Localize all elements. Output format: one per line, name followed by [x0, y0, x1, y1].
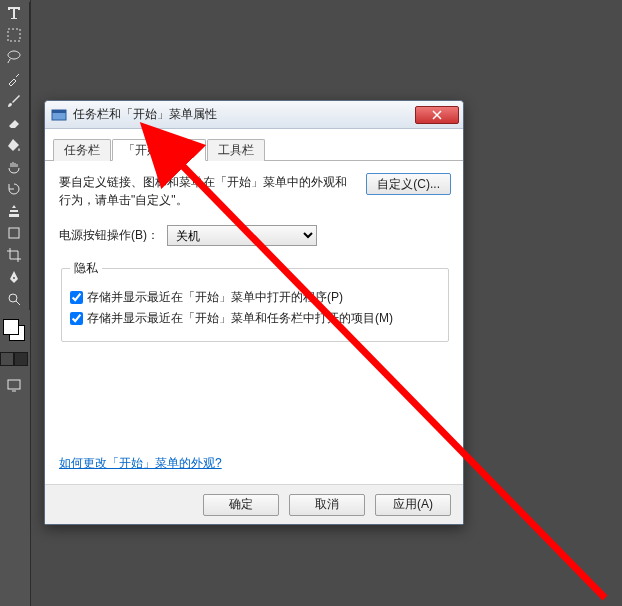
dialog-button-bar: 确定 取消 应用(A) — [45, 484, 463, 524]
tool-cluster — [0, 2, 30, 310]
zoom-tool[interactable] — [0, 288, 28, 310]
customize-button[interactable]: 自定义(C)... — [366, 173, 451, 195]
taskbar-start-properties-dialog: 任务栏和「开始」菜单属性 任务栏 「开始」菜单 工具栏 要自定义链接、图标和菜单… — [44, 100, 464, 525]
window-icon — [51, 107, 67, 123]
close-button[interactable] — [415, 106, 459, 124]
store-recent-items-row[interactable]: 存储并显示最近在「开始」菜单和任务栏中打开的项目(M) — [70, 310, 440, 327]
power-button-select-wrap: 关机 — [167, 225, 317, 246]
svg-rect-5 — [52, 110, 66, 113]
eraser-tool[interactable] — [0, 112, 28, 134]
svg-rect-0 — [8, 29, 20, 41]
hand-tool[interactable] — [0, 156, 28, 178]
tab-toolbars[interactable]: 工具栏 — [207, 139, 265, 161]
screen-mode-switch[interactable] — [0, 374, 28, 396]
power-button-row: 电源按钮操作(B)： 关机 — [59, 225, 451, 246]
tool-strip — [0, 0, 30, 606]
tab-strip: 任务栏 「开始」菜单 工具栏 — [45, 137, 463, 161]
clone-stamp-tool[interactable] — [0, 200, 28, 222]
brush-tool[interactable] — [0, 90, 28, 112]
store-recent-programs-checkbox[interactable] — [70, 291, 83, 304]
power-button-select[interactable]: 关机 — [167, 225, 317, 246]
start-menu-tab-body: 要自定义链接、图标和菜单在「开始」菜单中的外观和行为，请单击"自定义"。 自定义… — [45, 161, 463, 350]
tab-taskbar[interactable]: 任务栏 — [53, 139, 111, 161]
marquee-tool[interactable] — [0, 24, 28, 46]
privacy-group: 隐私 存储并显示最近在「开始」菜单中打开的程序(P) 存储并显示最近在「开始」菜… — [61, 260, 449, 342]
shape-tool[interactable] — [0, 222, 28, 244]
customize-row: 要自定义链接、图标和菜单在「开始」菜单中的外观和行为，请单击"自定义"。 自定义… — [59, 173, 451, 209]
cancel-button[interactable]: 取消 — [289, 494, 365, 516]
apply-button[interactable]: 应用(A) — [375, 494, 451, 516]
help-link[interactable]: 如何更改「开始」菜单的外观? — [59, 455, 222, 472]
dialog-titlebar[interactable]: 任务栏和「开始」菜单属性 — [45, 101, 463, 129]
store-recent-programs-label: 存储并显示最近在「开始」菜单中打开的程序(P) — [87, 289, 343, 306]
text-tool[interactable] — [0, 2, 28, 24]
quick-mask-mode[interactable] — [14, 352, 28, 366]
paint-bucket-tool[interactable] — [0, 134, 28, 156]
svg-rect-3 — [8, 380, 20, 389]
foreground-color-swatch[interactable] — [3, 319, 19, 335]
power-button-label: 电源按钮操作(B)： — [59, 227, 159, 244]
store-recent-programs-row[interactable]: 存储并显示最近在「开始」菜单中打开的程序(P) — [70, 289, 440, 306]
quick-mask-modes — [0, 352, 30, 366]
svg-point-2 — [9, 294, 17, 302]
crop-tool[interactable] — [0, 244, 28, 266]
privacy-legend: 隐私 — [70, 260, 102, 277]
standard-mode[interactable] — [0, 352, 14, 366]
dialog-title: 任务栏和「开始」菜单属性 — [73, 106, 415, 123]
lasso-tool[interactable] — [0, 46, 28, 68]
store-recent-items-label: 存储并显示最近在「开始」菜单和任务栏中打开的项目(M) — [87, 310, 393, 327]
color-swatches[interactable] — [0, 316, 28, 346]
ok-button[interactable]: 确定 — [203, 494, 279, 516]
healing-brush-tool[interactable] — [0, 68, 28, 90]
history-brush-tool[interactable] — [0, 178, 28, 200]
tab-start-menu[interactable]: 「开始」菜单 — [112, 139, 206, 161]
pen-tool[interactable] — [0, 266, 28, 288]
customize-description: 要自定义链接、图标和菜单在「开始」菜单中的外观和行为，请单击"自定义"。 — [59, 173, 356, 209]
store-recent-items-checkbox[interactable] — [70, 312, 83, 325]
svg-rect-1 — [9, 228, 19, 238]
